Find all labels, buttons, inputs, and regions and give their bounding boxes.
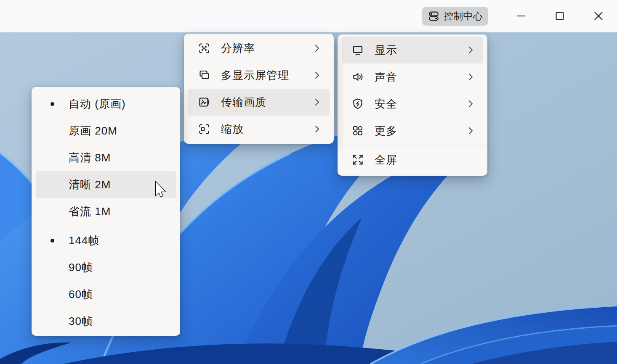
chevron-right-icon [315, 44, 319, 53]
menu-item-label: 声音 [375, 70, 468, 84]
minimize-icon [516, 11, 526, 21]
menu-item-security[interactable]: 安全 [342, 90, 483, 117]
menu-item-label: 缩放 [221, 122, 315, 137]
option-label: 高清 8M [69, 150, 111, 165]
menu-item-more[interactable]: 更多 [342, 117, 483, 144]
control-center-button[interactable]: 控制中心 [422, 7, 488, 26]
menu-item-sound[interactable]: 声音 [342, 63, 483, 90]
minimize-button[interactable] [513, 8, 529, 24]
menu-item-zoom[interactable]: 缩放 [188, 116, 330, 142]
option-30fps[interactable]: 30帧 [36, 308, 176, 335]
security-icon [351, 98, 364, 110]
option-label: 30帧 [69, 314, 93, 329]
option-60fps[interactable]: 60帧 [36, 281, 176, 308]
menu-item-label: 传输画质 [221, 95, 315, 110]
menu-item-label: 全屏 [375, 153, 473, 167]
display-icon [351, 44, 364, 56]
option-label: 省流 1M [69, 204, 111, 219]
chevron-right-icon [468, 100, 473, 108]
option-hd-8m[interactable]: 高清 8M [36, 144, 176, 171]
option-label: 清晰 2M [69, 177, 111, 192]
menu-item-display[interactable]: 显示 [342, 37, 483, 63]
zoom-icon [198, 123, 210, 135]
chevron-right-icon [315, 125, 319, 133]
chevron-right-icon [315, 71, 319, 79]
resolution-icon [198, 42, 210, 55]
chevron-right-icon [468, 46, 473, 54]
control-center-menu: 显示 声音 安全 [338, 34, 487, 176]
option-clear-2m[interactable]: 清晰 2M [36, 171, 176, 198]
option-datasaver-1m[interactable]: 省流 1M [36, 198, 176, 225]
option-original-20m[interactable]: 原画 20M [36, 117, 176, 144]
menu-item-image-quality[interactable]: 传输画质 [188, 89, 330, 116]
chevron-right-icon [468, 73, 473, 81]
control-center-label: 控制中心 [444, 10, 483, 23]
fullscreen-icon [351, 153, 364, 166]
menu-item-label: 更多 [375, 124, 468, 138]
close-icon [594, 11, 603, 21]
menu-item-label: 多显示屏管理 [221, 68, 315, 83]
chevron-right-icon [315, 98, 319, 106]
menu-item-multi-display[interactable]: 多显示屏管理 [188, 62, 330, 89]
sound-icon [351, 71, 364, 83]
titlebar: 控制中心 [0, 0, 617, 32]
toggles-icon [428, 11, 439, 22]
selected-dot [36, 102, 69, 106]
quality-options-menu: 自动 (原画) 原画 20M 高清 8M 清晰 2M 省流 1M 144帧 90… [32, 87, 180, 336]
menu-item-resolution[interactable]: 分辨率 [188, 35, 330, 62]
maximize-button[interactable] [551, 8, 568, 24]
option-90fps[interactable]: 90帧 [36, 254, 176, 281]
display-submenu: 分辨率 多显示屏管理 传输画质 [184, 34, 334, 144]
multi-display-icon [198, 69, 210, 82]
option-label: 60帧 [69, 287, 93, 302]
menu-item-label: 显示 [375, 43, 468, 58]
menu-separator [32, 226, 180, 226]
image-quality-icon [198, 96, 210, 108]
menu-separator [338, 145, 487, 145]
menu-item-label: 分辨率 [221, 41, 315, 56]
menu-item-fullscreen[interactable]: 全屏 [342, 146, 483, 173]
option-auto-original[interactable]: 自动 (原画) [36, 90, 176, 117]
chevron-right-icon [468, 127, 473, 135]
maximize-icon [555, 11, 564, 21]
option-label: 自动 (原画) [69, 97, 126, 111]
more-icon [351, 124, 364, 137]
close-button[interactable] [590, 8, 607, 24]
selected-dot [36, 239, 69, 243]
option-label: 原画 20M [69, 124, 117, 138]
menu-item-label: 安全 [375, 97, 468, 111]
option-144fps[interactable]: 144帧 [36, 227, 176, 254]
option-label: 144帧 [69, 233, 99, 248]
option-label: 90帧 [69, 260, 93, 275]
